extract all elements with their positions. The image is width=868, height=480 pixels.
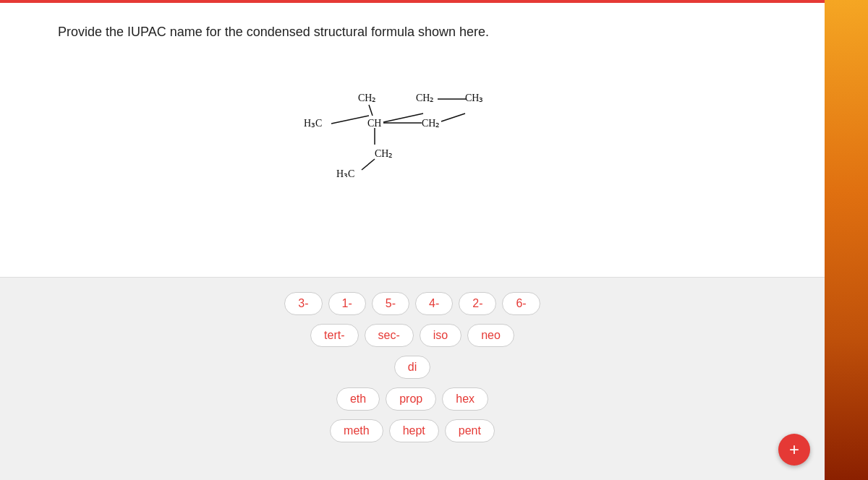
svg-text:CH₂: CH₂ <box>422 118 440 129</box>
token-iso[interactable]: iso <box>420 324 461 347</box>
token-2[interactable]: 2- <box>459 292 496 315</box>
token-5[interactable]: 5- <box>372 292 409 315</box>
svg-line-1 <box>331 116 369 124</box>
svg-text:H₃C: H₃C <box>336 168 354 177</box>
plus-button[interactable]: + <box>778 434 810 466</box>
svg-line-11 <box>362 159 375 170</box>
svg-line-3 <box>369 105 373 116</box>
token-row-prefixes: tert- sec- iso neo <box>310 324 514 347</box>
token-hex[interactable]: hex <box>442 387 488 411</box>
top-bar <box>0 0 825 3</box>
answer-area: 3- 1- 5- 4- 2- 6- tert- sec- iso neo di … <box>0 278 825 480</box>
structure-area: H₃C CH₂ CH CH₂ CH₃ <box>58 61 796 262</box>
svg-text:CH: CH <box>367 118 381 129</box>
svg-text:CH₂: CH₂ <box>358 93 376 103</box>
token-hept[interactable]: hept <box>389 419 439 442</box>
token-row-meth-pent: meth hept pent <box>330 419 495 442</box>
question-area: Provide the IUPAC name for the condensed… <box>0 3 825 278</box>
svg-line-15 <box>441 113 465 121</box>
svg-line-5 <box>383 113 423 122</box>
token-eth[interactable]: eth <box>336 387 380 411</box>
token-4[interactable]: 4- <box>415 292 453 315</box>
chemical-structure: H₃C CH₂ CH CH₂ CH₃ <box>289 61 564 177</box>
token-row-numbers: 3- 1- 5- 4- 2- 6- <box>284 292 540 315</box>
token-prop[interactable]: prop <box>386 387 436 411</box>
right-panel <box>825 0 868 480</box>
token-row-eth-hex: eth prop hex <box>336 387 488 411</box>
token-1[interactable]: 1- <box>328 292 366 315</box>
token-row-di: di <box>394 356 430 379</box>
token-sec[interactable]: sec- <box>365 324 414 347</box>
svg-text:CH₃: CH₃ <box>465 93 483 103</box>
svg-text:CH₂: CH₂ <box>375 148 393 159</box>
svg-text:CH₂: CH₂ <box>416 93 434 103</box>
svg-text:H₃C: H₃C <box>304 118 322 129</box>
token-pent[interactable]: pent <box>445 419 495 442</box>
token-tert[interactable]: tert- <box>310 324 358 347</box>
token-neo[interactable]: neo <box>467 324 514 347</box>
token-3[interactable]: 3- <box>284 292 322 315</box>
token-di[interactable]: di <box>394 356 430 379</box>
main-content: Provide the IUPAC name for the condensed… <box>0 3 825 480</box>
token-6[interactable]: 6- <box>502 292 540 315</box>
question-text: Provide the IUPAC name for the condensed… <box>58 25 796 40</box>
token-meth[interactable]: meth <box>330 419 383 442</box>
